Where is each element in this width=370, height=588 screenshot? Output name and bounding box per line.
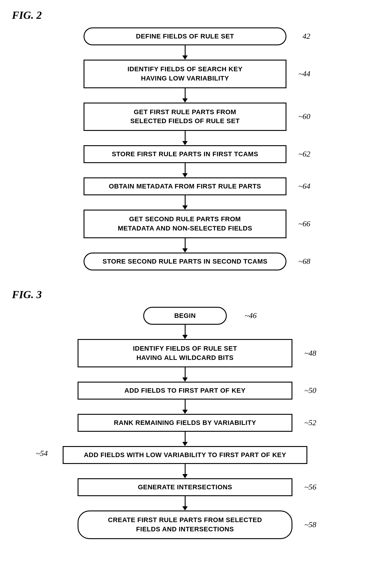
fig3-node5-container: ~54 ADD FIELDS WITH LOW VARIABILITY TO F… bbox=[63, 446, 307, 464]
fig3-arrow3 bbox=[78, 400, 292, 414]
fig3-ref6: ~56 bbox=[304, 483, 316, 492]
fig2-node1-container: DEFINE FIELDS OF RULE SET 42 bbox=[84, 27, 286, 45]
fig2-ref2: ~44 bbox=[298, 69, 310, 78]
fig3-node3-text: ADD FIELDS TO FIRST PART OF KEY bbox=[124, 387, 246, 394]
fig2-ref1: 42 bbox=[303, 32, 310, 41]
fig2-node7-text: STORE SECOND RULE PARTS IN SECOND TCAMS bbox=[103, 258, 268, 265]
fig2-node5-container: OBTAIN METADATA FROM FIRST RULE PARTS ~6… bbox=[84, 177, 286, 195]
fig3-node3-container: ADD FIELDS TO FIRST PART OF KEY ~50 bbox=[78, 382, 292, 400]
fig2-node4-text: STORE FIRST RULE PARTS IN FIRST TCAMS bbox=[112, 150, 258, 158]
fig2-label: FIG. 2 bbox=[12, 9, 358, 21]
fig3-arrow6 bbox=[78, 496, 292, 510]
fig3-node2-text: IDENTIFY FIELDS OF RULE SETHAVING ALL WI… bbox=[133, 345, 237, 361]
fig2-node7-container: STORE SECOND RULE PARTS IN SECOND TCAMS … bbox=[84, 253, 286, 270]
fig2-node5-text: OBTAIN METADATA FROM FIRST RULE PARTS bbox=[109, 182, 261, 190]
fig3-node1-text: BEGIN bbox=[174, 312, 196, 319]
fig3-ref5: ~54 bbox=[36, 449, 48, 458]
fig2-arrow1-head bbox=[182, 55, 188, 60]
fig2-ref6: ~66 bbox=[298, 219, 310, 228]
fig3-arrow4-line bbox=[185, 432, 186, 442]
fig2-arrow3-line bbox=[185, 131, 186, 141]
fig3-node7: CREATE FIRST RULE PARTS FROM SELECTEDFIE… bbox=[78, 510, 292, 539]
fig3-node1-container: BEGIN ~46 bbox=[143, 307, 227, 325]
fig3-node5: ADD FIELDS WITH LOW VARIABILITY TO FIRST… bbox=[63, 446, 307, 464]
fig3-arrow2-head bbox=[182, 377, 188, 382]
fig2-arrow5 bbox=[84, 195, 286, 210]
fig3-arrow6-head bbox=[182, 506, 188, 510]
fig2-node2-text: IDENTIFY FIELDS OF SEARCH KEYHAVING LOW … bbox=[127, 65, 243, 82]
fig3-arrow3-head bbox=[182, 410, 188, 414]
fig3-ref3: ~50 bbox=[304, 386, 316, 395]
fig2-arrow2 bbox=[84, 88, 286, 103]
fig2-node4-container: STORE FIRST RULE PARTS IN FIRST TCAMS ~6… bbox=[84, 145, 286, 163]
fig2-node1: DEFINE FIELDS OF RULE SET bbox=[84, 27, 286, 45]
fig2-node7: STORE SECOND RULE PARTS IN SECOND TCAMS bbox=[84, 253, 286, 270]
fig3-node6-container: GENERATE INTERSECTIONS ~56 bbox=[78, 478, 292, 496]
fig2-arrow5-head bbox=[182, 205, 188, 210]
fig3-arrow4-head bbox=[182, 442, 188, 446]
fig3-arrow1-line bbox=[185, 325, 186, 335]
fig2-arrow6 bbox=[84, 238, 286, 253]
fig3-node3: ADD FIELDS TO FIRST PART OF KEY bbox=[78, 382, 292, 400]
fig3-node2: IDENTIFY FIELDS OF RULE SETHAVING ALL WI… bbox=[78, 339, 292, 368]
fig2-node3-container: GET FIRST RULE PARTS FROMSELECTED FIELDS… bbox=[84, 103, 286, 131]
fig2-node2: IDENTIFY FIELDS OF SEARCH KEYHAVING LOW … bbox=[84, 60, 286, 88]
fig3-arrow1 bbox=[78, 325, 292, 339]
fig2-section: FIG. 2 DEFINE FIELDS OF RULE SET 42 IDEN… bbox=[12, 9, 358, 270]
fig2-ref4: ~62 bbox=[298, 150, 310, 159]
fig3-ref4: ~52 bbox=[304, 418, 316, 427]
fig3-ref2: ~48 bbox=[304, 349, 316, 358]
fig2-diagram: DEFINE FIELDS OF RULE SET 42 IDENTIFY FI… bbox=[12, 27, 358, 270]
fig2-ref7: ~68 bbox=[298, 257, 310, 266]
fig3-arrow4 bbox=[63, 432, 307, 446]
fig3-label: FIG. 3 bbox=[12, 288, 358, 301]
fig3-node7-text: CREATE FIRST RULE PARTS FROM SELECTEDFIE… bbox=[108, 516, 262, 533]
fig2-arrow1 bbox=[84, 45, 286, 60]
fig3-diagram: BEGIN ~46 IDENTIFY FIELDS OF RULE SETHAV… bbox=[12, 307, 358, 539]
fig3-arrow5-head bbox=[182, 474, 188, 478]
fig2-node3: GET FIRST RULE PARTS FROMSELECTED FIELDS… bbox=[84, 103, 286, 131]
fig3-arrow1-head bbox=[182, 335, 188, 339]
fig3-ref1: ~46 bbox=[245, 311, 257, 320]
fig2-arrow5-line bbox=[185, 195, 186, 205]
fig3-arrow3-line bbox=[185, 400, 186, 410]
fig3-arrow2 bbox=[78, 367, 292, 382]
fig3-node4-container: RANK REMAINING FIELDS BY VARIABILITY ~52 bbox=[78, 414, 292, 432]
fig3-ref7: ~58 bbox=[304, 520, 316, 529]
fig2-arrow4 bbox=[84, 163, 286, 177]
fig3-arrow5 bbox=[63, 464, 307, 478]
fig3-node4: RANK REMAINING FIELDS BY VARIABILITY bbox=[78, 414, 292, 432]
fig2-node6-container: GET SECOND RULE PARTS FROMMETADATA AND N… bbox=[84, 210, 286, 238]
fig3-node4-text: RANK REMAINING FIELDS BY VARIABILITY bbox=[114, 419, 256, 426]
fig2-node3-text: GET FIRST RULE PARTS FROMSELECTED FIELDS… bbox=[130, 108, 240, 125]
fig2-arrow3 bbox=[84, 131, 286, 145]
fig2-node6: GET SECOND RULE PARTS FROMMETADATA AND N… bbox=[84, 210, 286, 238]
fig2-arrow2-head bbox=[182, 98, 188, 103]
fig3-node1: BEGIN bbox=[143, 307, 227, 325]
fig2-ref5: ~64 bbox=[298, 182, 310, 191]
fig2-arrow2-line bbox=[185, 88, 186, 98]
fig2-arrow6-head bbox=[182, 248, 188, 253]
fig2-node6-text: GET SECOND RULE PARTS FROMMETADATA AND N… bbox=[118, 215, 252, 232]
fig2-arrow6-line bbox=[185, 238, 186, 248]
fig3-arrow6-line bbox=[185, 496, 186, 506]
page: FIG. 2 DEFINE FIELDS OF RULE SET 42 IDEN… bbox=[0, 0, 370, 588]
fig3-node6: GENERATE INTERSECTIONS bbox=[78, 478, 292, 496]
fig2-node4: STORE FIRST RULE PARTS IN FIRST TCAMS bbox=[84, 145, 286, 163]
fig2-node5: OBTAIN METADATA FROM FIRST RULE PARTS bbox=[84, 177, 286, 195]
fig2-arrow1-line bbox=[185, 45, 186, 55]
fig3-node7-container: CREATE FIRST RULE PARTS FROM SELECTEDFIE… bbox=[78, 510, 292, 539]
fig2-arrow4-head bbox=[182, 173, 188, 177]
fig3-node5-text: ADD FIELDS WITH LOW VARIABILITY TO FIRST… bbox=[84, 451, 286, 459]
fig2-arrow3-head bbox=[182, 141, 188, 145]
fig2-ref3: ~60 bbox=[298, 112, 310, 121]
fig2-arrow4-line bbox=[185, 163, 186, 173]
fig2-node2-container: IDENTIFY FIELDS OF SEARCH KEYHAVING LOW … bbox=[84, 60, 286, 88]
fig3-arrow2-line bbox=[185, 367, 186, 377]
fig3-node6-text: GENERATE INTERSECTIONS bbox=[138, 483, 232, 491]
fig3-arrow5-line bbox=[185, 464, 186, 474]
fig3-section: FIG. 3 BEGIN ~46 IDENTIFY FIELDS OF RULE… bbox=[12, 288, 358, 539]
fig3-node2-container: IDENTIFY FIELDS OF RULE SETHAVING ALL WI… bbox=[78, 339, 292, 368]
